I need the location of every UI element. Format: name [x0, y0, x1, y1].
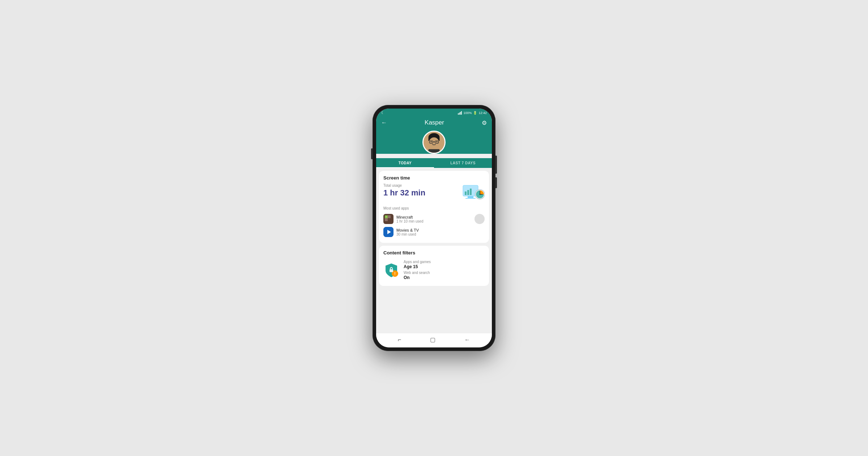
filter-item: ! Apps and games Age 15 Web and search O… [383, 258, 485, 282]
svg-rect-27 [388, 219, 390, 220]
app-item-movies[interactable]: Movies & TV 30 min used [383, 225, 485, 238]
minecraft-name: Minecraft [396, 215, 475, 219]
battery-label: 100% [463, 111, 472, 115]
avatar [422, 131, 446, 154]
bottom-nav: ⌐ ▢ ← [376, 333, 492, 347]
svg-rect-26 [386, 216, 387, 218]
recents-button[interactable]: ⌐ [398, 337, 401, 343]
most-used-label: Most used apps [383, 206, 485, 210]
svg-text:!: ! [394, 272, 395, 276]
svg-rect-9 [429, 149, 440, 153]
minecraft-info: Minecraft 1 hr 10 min used [396, 215, 475, 223]
svg-rect-23 [388, 215, 391, 218]
tab-last7days[interactable]: LAST 7 DAYS [434, 158, 492, 168]
bixby-button [495, 177, 497, 188]
web-search-value: On [404, 275, 431, 280]
moon-icon: ☾ [381, 111, 384, 115]
clock-illustration [461, 183, 485, 203]
total-usage-label: Total usage [383, 183, 425, 187]
shield-icon: ! [383, 262, 399, 278]
settings-button[interactable]: ⚙ [482, 119, 487, 126]
filter-info: Apps and games Age 15 Web and search On [404, 260, 431, 280]
movies-icon [383, 227, 393, 237]
phone-frame: ☾ 100% 🔋 12:42 ← Kasper ⚙ [373, 105, 495, 351]
minecraft-toggle[interactable] [475, 214, 485, 224]
svg-point-8 [436, 142, 437, 143]
svg-rect-12 [465, 198, 476, 199]
svg-point-20 [480, 194, 481, 195]
movies-time: 30 min used [396, 232, 485, 236]
phone-screen: ☾ 100% 🔋 12:42 ← Kasper ⚙ [376, 109, 492, 347]
total-usage-value: 1 hr 32 min [383, 188, 425, 198]
svg-point-7 [431, 142, 432, 143]
profile-section [376, 126, 492, 154]
svg-rect-11 [468, 196, 473, 198]
page-title: Kasper [425, 119, 444, 126]
screen-time-title: Screen time [383, 175, 485, 181]
svg-rect-32 [390, 269, 393, 272]
screen-time-card: Screen time Total usage 1 hr 32 min [379, 171, 489, 243]
signal-icon [458, 111, 462, 115]
home-button[interactable]: ▢ [430, 336, 435, 343]
svg-point-3 [429, 137, 439, 147]
minecraft-icon [383, 214, 393, 224]
svg-rect-15 [470, 189, 472, 195]
movies-info: Movies & TV 30 min used [396, 228, 485, 236]
battery-icon: 🔋 [473, 111, 477, 115]
power-button [495, 156, 497, 174]
content-filters-title: Content filters [383, 250, 485, 256]
apps-games-value: Age 15 [404, 264, 431, 269]
app-item-minecraft[interactable]: Minecraft 1 hr 10 min used [383, 212, 485, 225]
web-search-label: Web and search [404, 271, 431, 275]
tabs: TODAY LAST 7 DAYS [376, 158, 492, 168]
status-bar: ☾ 100% 🔋 12:42 [376, 109, 492, 116]
apps-games-label: Apps and games [404, 260, 431, 264]
svg-rect-13 [465, 191, 467, 195]
back-nav-button[interactable]: ← [464, 337, 470, 343]
svg-rect-14 [467, 190, 469, 195]
time-label: 12:42 [478, 111, 487, 115]
main-content: Screen time Total usage 1 hr 32 min [376, 168, 492, 333]
avatar-image [424, 131, 444, 153]
movies-name: Movies & TV [396, 228, 485, 232]
minecraft-time: 1 hr 10 min used [396, 219, 475, 223]
svg-rect-24 [385, 218, 388, 221]
content-filters-card[interactable]: Content filters ! [379, 246, 489, 286]
tab-today[interactable]: TODAY [376, 158, 434, 168]
header: ← Kasper ⚙ [376, 116, 492, 126]
back-button[interactable]: ← [381, 119, 387, 126]
volume-button [371, 148, 373, 159]
